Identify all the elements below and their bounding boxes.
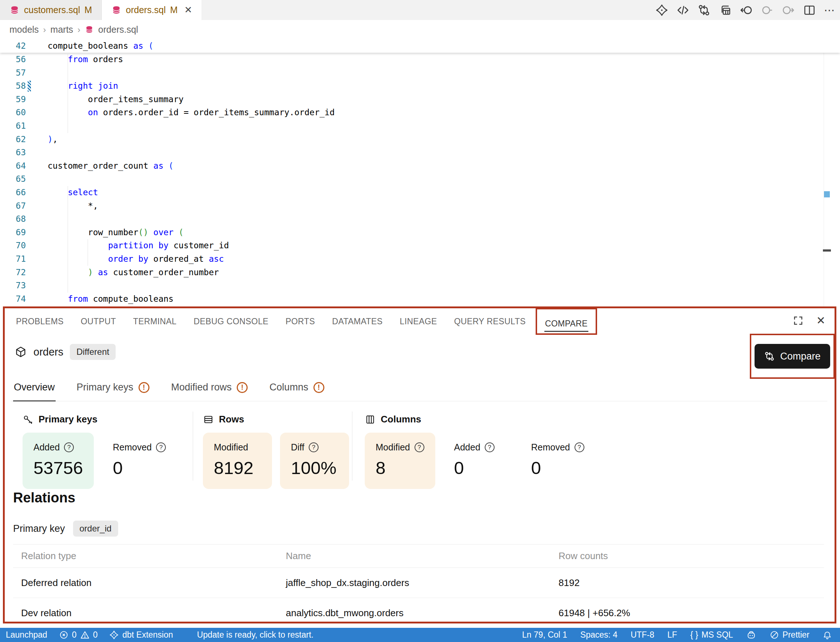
sticky-scroll-line[interactable]: 42compute_booleans as ( (0, 39, 840, 53)
code-line[interactable]: 62), (0, 133, 840, 146)
editor-scrollbar[interactable] (824, 39, 824, 306)
maximize-panel-icon[interactable] (792, 315, 804, 326)
help-icon[interactable]: ? (64, 443, 74, 452)
panel-tab-debug-console[interactable]: DEBUG CONSOLE (193, 317, 268, 326)
modified-line-indicator (28, 81, 31, 92)
subtab-primary-keys[interactable]: Primary keys ! (76, 377, 150, 402)
table-row[interactable]: Deferred relation jaffle_shop_dx.staging… (13, 568, 824, 598)
breadcrumb-item-marts[interactable]: marts (50, 24, 73, 35)
code-line[interactable]: 64customer_order_count as ( (0, 159, 840, 173)
help-icon[interactable]: ? (415, 443, 424, 452)
indentation-setting[interactable]: Spaces: 4 (581, 630, 618, 640)
code-line[interactable]: 59 order_items_summary (0, 93, 840, 106)
panel-tab-query-results[interactable]: QUERY RESULTS (454, 317, 526, 326)
subtab-modified-rows[interactable]: Modified rows ! (170, 377, 249, 402)
code-line[interactable]: 57 (0, 66, 840, 79)
close-tab-icon[interactable]: ✕ (184, 4, 192, 16)
modified-overview-ruler-marker (824, 191, 830, 198)
code-line[interactable]: 69 row_number() over ( (0, 226, 840, 239)
dbt-icon[interactable] (655, 4, 668, 17)
subtab-overview[interactable]: Overview (13, 377, 56, 402)
help-icon[interactable]: ? (485, 443, 495, 452)
help-icon[interactable]: ? (309, 443, 319, 452)
columns-stats: Modified? 8 Added? 0 Removed? 0 (365, 433, 595, 489)
code-line[interactable]: 73 (0, 279, 840, 292)
navigate-forward-icon[interactable] (782, 4, 795, 17)
launchpad-button[interactable]: Launchpad (6, 630, 47, 640)
cursor-position[interactable]: Ln 79, Col 1 (522, 630, 567, 640)
code-line[interactable]: 63 (0, 146, 840, 159)
panel-tab-terminal[interactable]: TERMINAL (133, 317, 177, 326)
table-row[interactable]: Dev relation analytics.dbt_mwong.orders … (13, 598, 824, 628)
subtab-divider (11, 401, 827, 401)
code-line[interactable]: 65 (0, 172, 840, 186)
panel-tab-output[interactable]: OUTPUT (81, 317, 116, 326)
code-line[interactable]: 61 (0, 119, 840, 133)
copilot-icon[interactable] (746, 630, 756, 640)
line-number: 42 (0, 39, 26, 53)
relations-heading: Relations (13, 490, 75, 506)
breadcrumb-item-file[interactable]: orders.sql (98, 24, 138, 35)
code-line[interactable]: 74 from compute_booleans (0, 292, 840, 306)
preview-table-icon[interactable] (718, 4, 731, 17)
stats-divider (193, 412, 193, 481)
help-icon[interactable]: ? (156, 443, 166, 452)
line-number: 69 (0, 226, 26, 239)
subtab-columns[interactable]: Columns ! (269, 377, 325, 402)
lineage-compare-icon[interactable] (697, 4, 710, 17)
panel-tab-compare[interactable]: COMPARE (544, 311, 589, 332)
more-actions-icon[interactable]: ⋯ (824, 4, 835, 17)
code-line[interactable]: 56 from orders (0, 53, 840, 66)
code-line[interactable]: 71 order by ordered_at asc (0, 252, 840, 266)
prettier-status[interactable]: Prettier (769, 630, 809, 640)
line-number: 74 (0, 292, 26, 306)
help-icon[interactable]: ? (574, 443, 584, 452)
cols-removed-stat: Removed? 0 (521, 433, 595, 489)
pk-added-stat: Added? 53756 (23, 433, 94, 489)
tab-customers-sql[interactable]: customers.sql M (0, 0, 102, 20)
code-line[interactable]: 68 (0, 212, 840, 226)
cols-modified-value: 8 (376, 458, 424, 478)
eol-setting[interactable]: LF (667, 630, 677, 640)
code-line[interactable]: 58 right join (0, 79, 840, 93)
close-panel-icon[interactable]: ✕ (816, 315, 825, 326)
dbt-icon (109, 630, 119, 640)
code-editor[interactable]: 42compute_booleans as ( 56 from orders57… (0, 39, 840, 306)
code-line[interactable]: 67 *, (0, 199, 840, 213)
breadcrumb-item-models[interactable]: models (10, 24, 39, 35)
panel-tab-datamates[interactable]: DATAMATES (332, 317, 383, 326)
code-line[interactable]: 60 on orders.order_id = order_items_summ… (0, 106, 840, 119)
line-number: 59 (0, 93, 26, 106)
rows-icon (203, 414, 214, 425)
col-header-relation-type: Relation type (13, 550, 286, 562)
encoding-setting[interactable]: UTF-8 (631, 630, 654, 640)
compare-button-label: Compare (780, 351, 821, 362)
error-icon (59, 630, 69, 640)
update-restart-button[interactable]: Update is ready, click to restart. (197, 630, 313, 640)
dbt-extension-button[interactable]: dbt Extension (109, 630, 173, 640)
tab-orders-sql[interactable]: orders.sql M ✕ (102, 0, 201, 20)
compare-button[interactable]: Compare (754, 344, 830, 369)
rows-modified-stat: Modified 8192 (203, 433, 272, 489)
database-icon (111, 5, 122, 15)
navigate-back-icon[interactable] (739, 4, 753, 17)
braces-icon: { } (690, 630, 698, 640)
bell-icon[interactable] (822, 631, 832, 640)
code-line[interactable]: 72 ) as customer_order_number (0, 266, 840, 279)
line-number: 65 (0, 172, 26, 186)
code-line[interactable]: 66 select (0, 186, 840, 199)
code-line[interactable]: 70 partition by customer_id (0, 239, 840, 252)
compiled-code-icon[interactable] (676, 4, 689, 17)
panel-tab-lineage[interactable]: LINEAGE (400, 317, 437, 326)
cols-added-value: 0 (454, 458, 501, 478)
scrollbar-thumb[interactable] (823, 250, 831, 251)
warning-triangle-icon (80, 630, 90, 640)
code-line[interactable]: 42compute_booleans as ( (0, 39, 840, 53)
problems-counter[interactable]: 0 0 (59, 630, 98, 640)
panel-tab-problems[interactable]: PROBLEMS (16, 317, 64, 326)
split-editor-icon[interactable] (803, 4, 816, 17)
run-circle-icon[interactable] (761, 4, 774, 17)
panel-tab-ports[interactable]: PORTS (285, 317, 315, 326)
primary-key-label: Primary key (13, 523, 65, 534)
language-mode[interactable]: { } MS SQL (690, 630, 733, 640)
